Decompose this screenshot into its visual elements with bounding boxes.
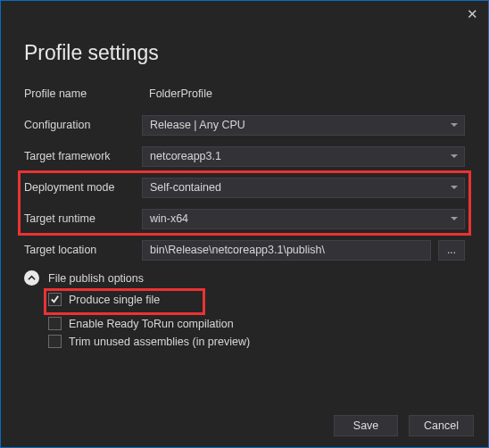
highlighted-section-2: Produce single file — [44, 288, 205, 315]
cancel-button[interactable]: Cancel — [409, 415, 474, 436]
save-button[interactable]: Save — [334, 415, 398, 436]
target-location-value: bin\Release\netcoreapp3.1\publish\ — [150, 244, 325, 256]
profile-name-label: Profile name — [24, 87, 142, 100]
ready-to-run-checkbox[interactable]: Enable Ready ToRun compilation — [48, 317, 465, 330]
page-title: Profile settings — [24, 41, 465, 65]
target-runtime-dropdown[interactable]: win-x64 — [142, 209, 465, 229]
ready-to-run-label: Enable Ready ToRun compilation — [69, 318, 234, 330]
target-runtime-value: win-x64 — [150, 212, 188, 225]
configuration-row: Configuration Release | Any CPU — [24, 114, 465, 136]
target-location-row: Target location bin\Release\netcoreapp3.… — [24, 239, 465, 261]
deployment-mode-dropdown[interactable]: Self-contained — [142, 178, 465, 198]
configuration-value: Release | Any CPU — [150, 119, 245, 131]
produce-single-file-checkbox[interactable]: Produce single file — [48, 293, 160, 306]
file-publish-expander[interactable]: File publish options — [24, 270, 465, 286]
chevron-down-icon — [451, 217, 458, 220]
chevron-down-icon — [451, 123, 458, 127]
target-runtime-row: Target runtime win-x64 — [24, 208, 465, 229]
configuration-dropdown[interactable]: Release | Any CPU — [142, 115, 465, 136]
expander-label: File publish options — [48, 272, 144, 285]
target-framework-row: Target framework netcoreapp3.1 — [24, 145, 465, 167]
profile-name-value: FolderProfile — [142, 84, 465, 104]
highlighted-section-1: Deployment mode Self-contained Target ru… — [18, 170, 471, 236]
target-location-input[interactable]: bin\Release\netcoreapp3.1\publish\ — [142, 240, 431, 261]
file-publish-options: Produce single file Enable Ready ToRun c… — [48, 293, 465, 348]
browse-button[interactable]: ... — [438, 240, 465, 261]
chevron-down-icon — [451, 154, 458, 158]
deployment-mode-value: Self-contained — [150, 181, 221, 194]
target-framework-dropdown[interactable]: netcoreapp3.1 — [142, 146, 465, 167]
checkbox-icon — [48, 335, 62, 348]
close-button[interactable]: ✕ — [464, 6, 480, 22]
target-framework-label: Target framework — [24, 150, 142, 162]
footer: Save Cancel — [334, 415, 474, 436]
target-framework-value: netcoreapp3.1 — [150, 150, 221, 162]
target-location-label: Target location — [24, 244, 142, 256]
chevron-down-icon — [451, 186, 458, 189]
checkbox-icon — [48, 317, 62, 330]
deployment-mode-label: Deployment mode — [24, 181, 142, 194]
produce-single-file-label: Produce single file — [69, 294, 160, 306]
profile-name-row: Profile name FolderProfile — [24, 83, 465, 104]
trim-assemblies-checkbox[interactable]: Trim unused assemblies (in preview) — [48, 335, 465, 348]
target-runtime-label: Target runtime — [24, 212, 142, 225]
trim-assemblies-label: Trim unused assemblies (in preview) — [69, 336, 250, 348]
checkbox-icon — [48, 293, 62, 306]
deployment-mode-row: Deployment mode Self-contained — [24, 177, 465, 198]
configuration-label: Configuration — [24, 119, 142, 131]
chevron-up-icon[interactable] — [24, 270, 39, 286]
